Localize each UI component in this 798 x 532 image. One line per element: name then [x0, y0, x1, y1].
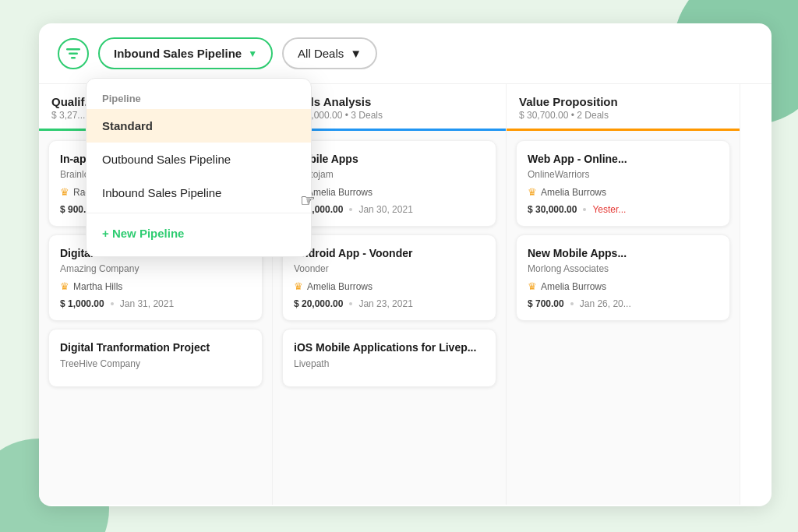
- deal-footer: $ 20,000.00 Jan 23, 2021: [294, 298, 485, 309]
- deal-card[interactable]: Digital Tranformation Project TreeHive C…: [48, 329, 263, 386]
- deal-date: Jan 23, 2021: [358, 298, 412, 309]
- crown-icon: ♛: [60, 280, 69, 292]
- deal-card[interactable]: Mobile Apps Photojam ♛ Amelia Burrows $ …: [282, 140, 496, 227]
- deal-footer: $ 50,000.00 Jan 30, 2021: [294, 204, 485, 215]
- col-deals-count: 2 Deals: [577, 110, 609, 121]
- svg-rect-2: [71, 57, 76, 59]
- deal-title: Android App - Voonder: [294, 246, 485, 260]
- owner-name: Amelia Burrows: [307, 281, 373, 292]
- col-title-value-proposition: Value Proposition: [519, 95, 727, 108]
- deal-date: Jan 26, 20...: [580, 298, 631, 309]
- svg-rect-0: [66, 48, 80, 51]
- pipeline-dropdown-button[interactable]: Inbound Sales Pipeline ▼: [98, 37, 273, 69]
- pipeline-label: Inbound Sales Pipeline: [114, 47, 242, 60]
- crown-icon: ♛: [294, 280, 303, 292]
- deal-card[interactable]: Web App - Online... OnlineWarriors ♛ Ame…: [516, 140, 730, 227]
- deal-amount: $ 700.00: [528, 298, 564, 309]
- deal-title: Mobile Apps: [294, 152, 485, 166]
- dot-separator: [349, 302, 352, 305]
- dropdown-section-pipeline: Pipeline: [87, 85, 311, 109]
- deal-date-overdue: Yester...: [592, 204, 626, 215]
- all-deals-arrow-icon: ▼: [350, 47, 362, 60]
- col-amount: $ 30,700.00: [519, 110, 568, 121]
- deal-company: Livepath: [294, 358, 485, 369]
- deal-company: Photojam: [294, 169, 485, 180]
- deal-title: Web App - Online...: [528, 152, 719, 166]
- deal-card[interactable]: New Mobile Apps... Morlong Associates ♛ …: [516, 234, 730, 321]
- dot-separator: [570, 302, 574, 305]
- all-deals-label: All Deals: [298, 47, 344, 60]
- dropdown-item-inbound-label: Inbound Sales Pipeline: [102, 186, 221, 199]
- deal-footer: $ 30,000.00 Yester...: [528, 204, 719, 215]
- svg-rect-1: [69, 52, 78, 55]
- col-cards-value-proposition: Web App - Online... OnlineWarriors ♛ Ame…: [507, 131, 740, 505]
- kanban-col-value-proposition: Value Proposition $ 30,700.00 • 2 Deals …: [507, 84, 740, 505]
- col-deals-count: 3 Deals: [351, 110, 383, 121]
- filter-button[interactable]: [58, 38, 89, 69]
- crown-icon: ♛: [528, 186, 537, 198]
- col-title-needs-analysis: Needs Analysis: [285, 95, 493, 108]
- deal-card[interactable]: iOS Mobile Applications for Livep... Liv…: [282, 329, 496, 386]
- dropdown-item-standard-label: Standard: [102, 119, 153, 132]
- new-pipeline-button[interactable]: + New Pipeline: [87, 217, 311, 250]
- owner-name: Amelia Burrows: [541, 187, 606, 198]
- deal-footer: $ 1,000.00 Jan 31, 2021: [60, 298, 251, 309]
- deal-owner: ♛ Martha Hills: [60, 280, 251, 292]
- col-header-value-proposition: Value Proposition $ 30,700.00 • 2 Deals: [507, 84, 740, 131]
- owner-name: Martha Hills: [73, 281, 122, 292]
- deal-company: Voonder: [294, 263, 485, 274]
- deal-title: Digital Tranformation Project: [60, 340, 251, 354]
- deal-company: Morlong Associates: [528, 263, 719, 274]
- deal-date: Jan 31, 2021: [120, 298, 174, 309]
- pipeline-dropdown-menu: Pipeline Standard Outbound Sales Pipelin…: [86, 78, 312, 257]
- deal-date: Jan 30, 2021: [358, 204, 412, 215]
- dropdown-item-outbound-label: Outbound Sales Pipeline: [102, 153, 231, 166]
- col-meta-value-proposition: $ 30,700.00 • 2 Deals: [519, 110, 727, 121]
- deal-amount: $ 20,000.00: [294, 298, 343, 309]
- dropdown-item-inbound[interactable]: Inbound Sales Pipeline: [87, 176, 311, 210]
- deal-owner: ♛ Amelia Burrows: [528, 280, 719, 292]
- owner-name: Amelia Burrows: [307, 187, 373, 198]
- new-pipeline-label: + New Pipeline: [102, 227, 184, 240]
- dot-separator: [583, 208, 586, 211]
- toolbar: Inbound Sales Pipeline ▼ All Deals ▼: [39, 23, 772, 84]
- deal-owner: ♛ Amelia Burrows: [528, 186, 719, 198]
- deal-amount: $ 30,000.00: [528, 204, 577, 215]
- deal-footer: $ 700.00 Jan 26, 20...: [528, 298, 719, 309]
- deal-company: TreeHive Company: [60, 358, 251, 369]
- dot-separator: [349, 208, 352, 211]
- deal-company: OnlineWarriors: [528, 169, 719, 180]
- dropdown-divider: [87, 213, 311, 213]
- deal-title: New Mobile Apps...: [528, 246, 719, 260]
- pipeline-arrow-icon: ▼: [248, 48, 257, 59]
- deal-company: Amazing Company: [60, 263, 251, 274]
- col-meta-needs-analysis: $ 1,20,000.00 • 3 Deals: [285, 110, 493, 121]
- dot-separator: [111, 302, 114, 305]
- deal-amount: $ 1,000.00: [60, 298, 104, 309]
- deal-title: iOS Mobile Applications for Livep...: [294, 340, 485, 354]
- deal-card[interactable]: Android App - Voonder Voonder ♛ Amelia B…: [282, 234, 496, 321]
- dropdown-item-standard[interactable]: Standard: [87, 109, 311, 143]
- crown-icon: ♛: [60, 186, 69, 198]
- owner-name: Amelia Burrows: [541, 281, 606, 292]
- main-card: Inbound Sales Pipeline ▼ All Deals ▼ Pip…: [39, 23, 772, 506]
- dropdown-item-outbound[interactable]: Outbound Sales Pipeline: [87, 143, 311, 176]
- crown-icon: ♛: [528, 280, 537, 292]
- deal-owner: ♛ Amelia Burrows: [294, 186, 485, 198]
- deal-owner: ♛ Amelia Burrows: [294, 280, 485, 292]
- all-deals-dropdown-button[interactable]: All Deals ▼: [282, 37, 377, 69]
